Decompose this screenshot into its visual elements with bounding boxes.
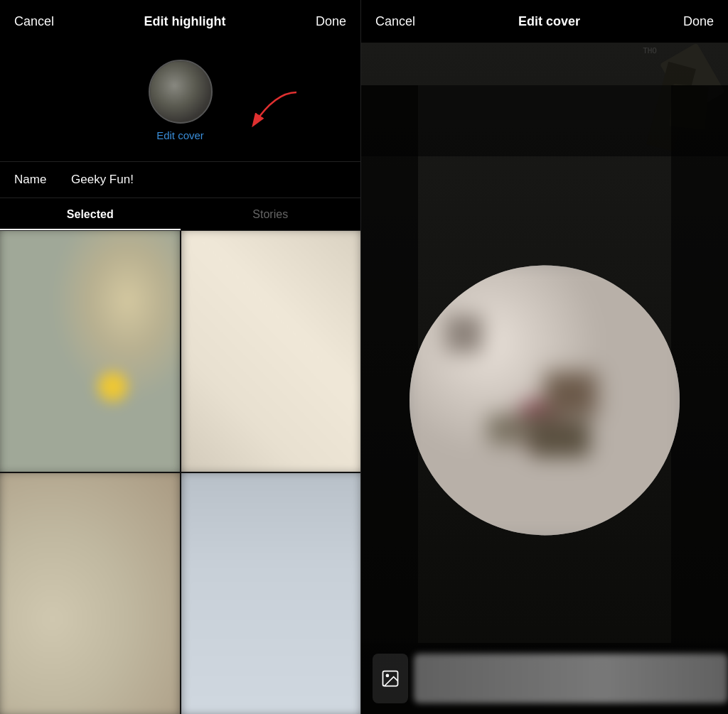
large-cover-circle-container xyxy=(410,265,680,535)
left-cancel-button[interactable]: Cancel xyxy=(14,14,54,29)
thumbnail-filmstrip[interactable] xyxy=(414,654,728,703)
large-cover-circle[interactable] xyxy=(410,265,680,535)
name-label: Name xyxy=(14,173,71,187)
cover-image xyxy=(150,61,211,122)
left-nav-title: Edit highlight xyxy=(144,14,226,29)
right-nav-bar: Cancel Edit cover Done xyxy=(361,0,728,43)
cover-circle[interactable] xyxy=(149,60,213,124)
tab-stories[interactable]: Stories xyxy=(181,198,361,230)
stories-grid xyxy=(0,231,360,714)
name-value[interactable]: Geeky Fun! xyxy=(71,173,134,187)
left-nav-bar: Cancel Edit highlight Done xyxy=(0,0,360,43)
right-cancel-button[interactable]: Cancel xyxy=(375,14,415,29)
left-done-button[interactable]: Done xyxy=(316,14,346,29)
grid-cell-3[interactable] xyxy=(0,473,180,714)
edit-cover-button[interactable]: Edit cover xyxy=(156,129,204,141)
right-done-button[interactable]: Done xyxy=(683,14,714,29)
tab-selected[interactable]: Selected xyxy=(0,198,181,230)
grid-cell-2[interactable] xyxy=(181,231,361,472)
name-row: Name Geeky Fun! xyxy=(0,161,360,198)
left-panel: Cancel Edit highlight Done Edit cover Na… xyxy=(0,0,361,714)
bottom-thumbnail-strip[interactable] xyxy=(361,643,728,714)
arrow-annotation xyxy=(218,85,304,145)
large-cover-image xyxy=(410,265,680,535)
gallery-icon-button[interactable] xyxy=(373,654,408,703)
grid-cell-1[interactable] xyxy=(0,231,180,472)
right-content: THO xyxy=(361,43,728,714)
cover-section: Edit cover xyxy=(0,43,360,161)
gallery-icon xyxy=(380,669,400,688)
right-panel: Cancel Edit cover Done THO xyxy=(361,0,728,714)
tabs-bar: Selected Stories xyxy=(0,198,360,231)
right-overlay xyxy=(671,85,728,643)
svg-point-2 xyxy=(386,674,389,677)
right-nav-title: Edit cover xyxy=(518,14,580,29)
grid-cell-4[interactable] xyxy=(181,473,361,714)
